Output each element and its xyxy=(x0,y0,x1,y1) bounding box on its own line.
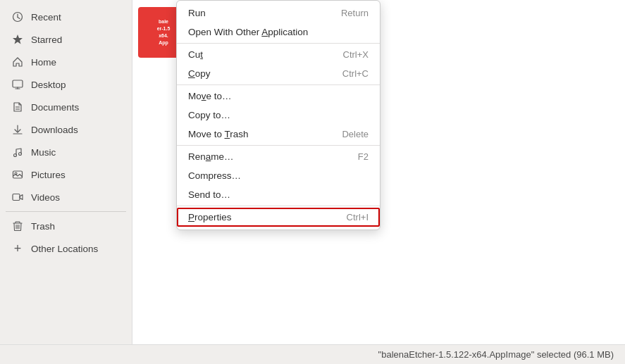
starred-icon xyxy=(11,33,24,46)
sidebar: Recent Starred Home xyxy=(0,0,132,344)
menu-item-copy-shortcut: Ctrl+C xyxy=(342,68,369,79)
svg-line-2 xyxy=(18,18,20,19)
sidebar-item-videos-label: Videos xyxy=(31,192,60,203)
sidebar-item-downloads[interactable]: Downloads xyxy=(3,119,129,140)
sidebar-item-documents-label: Documents xyxy=(31,102,79,113)
svg-rect-15 xyxy=(13,194,20,201)
videos-icon xyxy=(11,191,24,203)
menu-item-open-with-label: Open With Other Application xyxy=(188,27,308,37)
menu-item-send-to-label: Send to… xyxy=(188,189,230,200)
music-icon xyxy=(11,146,24,158)
content-area: baleer-1.5x64.App Run Return Open With O… xyxy=(132,0,625,344)
menu-item-copy[interactable]: Copy Ctrl+C xyxy=(177,64,380,83)
context-menu: Run Return Open With Other Application C… xyxy=(176,0,380,230)
menu-item-compress[interactable]: Compress… xyxy=(177,166,380,185)
sidebar-item-other-locations[interactable]: + Other Locations xyxy=(3,238,129,259)
menu-separator-3 xyxy=(177,145,380,146)
sidebar-item-starred-label: Starred xyxy=(31,34,62,45)
menu-item-move-to-trash-label: Move to Trash xyxy=(188,129,249,139)
menu-item-properties-label: Properties xyxy=(188,212,232,222)
documents-icon xyxy=(11,101,24,113)
menu-item-rename[interactable]: Rename… F2 xyxy=(177,147,380,166)
sidebar-item-trash-label: Trash xyxy=(31,221,55,232)
sidebar-item-starred[interactable]: Starred xyxy=(3,29,129,50)
desktop-icon xyxy=(11,78,24,91)
sidebar-item-trash[interactable]: Trash xyxy=(3,215,129,237)
sidebar-item-pictures[interactable]: Pictures xyxy=(3,164,129,185)
sidebar-item-desktop[interactable]: Desktop xyxy=(3,74,129,95)
main-container: Recent Starred Home xyxy=(0,0,625,344)
menu-item-move-to-label: Move to… xyxy=(188,91,232,101)
menu-item-properties-shortcut: Ctrl+I xyxy=(347,212,369,222)
menu-item-copy-to-label: Copy to… xyxy=(188,110,230,120)
downloads-icon xyxy=(11,123,24,136)
sidebar-item-downloads-label: Downloads xyxy=(31,125,78,135)
status-bar: "balenaEtcher-1.5.122-x64.AppImage" sele… xyxy=(0,344,625,364)
menu-item-cut-label: Cut xyxy=(188,49,203,60)
home-icon xyxy=(11,56,24,68)
sidebar-item-other-locations-label: Other Locations xyxy=(31,244,98,254)
menu-separator-1 xyxy=(177,43,380,44)
sidebar-item-home[interactable]: Home xyxy=(3,51,129,73)
status-bar-text: "balenaEtcher-1.5.122-x64.AppImage" sele… xyxy=(378,349,614,360)
recent-icon xyxy=(11,11,24,23)
menu-item-move-to-trash-shortcut: Delete xyxy=(342,129,369,139)
sidebar-item-music[interactable]: Music xyxy=(3,142,129,163)
menu-item-copy-label: Copy xyxy=(188,68,211,79)
menu-item-move-to[interactable]: Move to… xyxy=(177,87,380,106)
menu-item-open-with[interactable]: Open With Other Application xyxy=(177,23,380,42)
other-locations-icon: + xyxy=(11,242,24,255)
menu-item-move-to-trash[interactable]: Move to Trash Delete xyxy=(177,125,380,144)
menu-item-run-label: Run xyxy=(188,8,206,18)
menu-item-compress-label: Compress… xyxy=(188,170,241,181)
menu-item-rename-label: Rename… xyxy=(188,151,234,162)
sidebar-item-home-label: Home xyxy=(31,57,56,68)
svg-marker-3 xyxy=(13,34,23,44)
sidebar-item-documents[interactable]: Documents xyxy=(3,96,129,118)
menu-item-cut-shortcut: Ctrl+X xyxy=(343,49,369,60)
sidebar-item-recent[interactable]: Recent xyxy=(3,6,129,27)
sidebar-item-videos[interactable]: Videos xyxy=(3,187,129,208)
sidebar-item-desktop-label: Desktop xyxy=(31,80,66,90)
trash-icon xyxy=(11,220,24,232)
menu-item-cut[interactable]: Cut Ctrl+X xyxy=(177,45,380,64)
pictures-icon xyxy=(11,168,24,181)
menu-separator-4 xyxy=(177,206,380,206)
svg-rect-4 xyxy=(13,80,23,87)
menu-item-copy-to[interactable]: Copy to… xyxy=(177,106,380,125)
sidebar-item-music-label: Music xyxy=(31,147,56,158)
menu-item-run[interactable]: Run Return xyxy=(177,4,380,23)
menu-item-properties[interactable]: Properties Ctrl+I xyxy=(177,208,380,227)
menu-item-rename-shortcut: F2 xyxy=(358,151,369,162)
menu-item-run-shortcut: Return xyxy=(341,8,369,18)
file-thumbnail-text: baleer-1.5x64.App xyxy=(154,15,173,49)
sidebar-divider xyxy=(6,211,126,212)
sidebar-item-pictures-label: Pictures xyxy=(31,170,66,180)
menu-separator-2 xyxy=(177,84,380,85)
menu-item-send-to[interactable]: Send to… xyxy=(177,185,380,204)
sidebar-item-recent-label: Recent xyxy=(31,12,61,23)
